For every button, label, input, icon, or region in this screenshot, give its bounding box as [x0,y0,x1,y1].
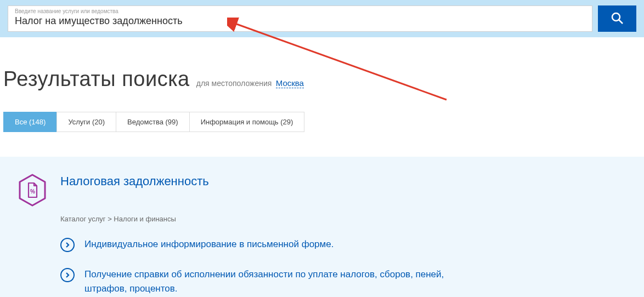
tab-departments[interactable]: Ведомства (99) [116,112,190,132]
page-title-row: Результаты поиска для местоположения Мос… [0,37,644,95]
search-placeholder-label: Введите название услуги или ведомства [15,8,585,14]
tab-services[interactable]: Услуги (20) [57,112,116,132]
list-item: Индивидуальное информирование в письменн… [60,237,628,252]
svg-line-1 [619,20,623,24]
search-bar: Введите название услуги или ведомства [0,0,644,37]
document-hex-icon: % [16,173,48,207]
list-item: Получение справки об исполнении обязанно… [60,267,628,295]
result-tabs: Все (148) Услуги (20) Ведомства (99) Инф… [3,112,644,132]
sub-service-list: Индивидуальное информирование в письменн… [60,237,628,295]
sub-service-link[interactable]: Индивидуальное информирование в письменн… [84,237,334,252]
search-input-container[interactable]: Введите название услуги или ведомства [8,5,592,32]
result-head: % Налоговая задолженность [16,173,628,207]
search-icon [610,11,624,27]
page-subtitle: для местоположения [196,79,272,88]
chevron-right-icon[interactable] [60,268,75,282]
search-button[interactable] [598,5,636,32]
location-link[interactable]: Москва [276,78,304,88]
chevron-right-icon[interactable] [60,238,75,252]
sub-service-link[interactable]: Получение справки об исполнении обязанно… [84,267,485,295]
results-panel: % Налоговая задолженность Каталог услуг … [0,157,644,297]
page-title: Результаты поиска [3,67,190,91]
svg-text:%: % [30,189,35,195]
breadcrumb: Каталог услуг > Налоги и финансы [60,215,628,223]
search-input[interactable] [15,15,585,27]
tab-info-help[interactable]: Информация и помощь (29) [189,112,305,132]
svg-point-0 [612,13,620,21]
tab-all[interactable]: Все (148) [3,112,57,132]
result-title-link[interactable]: Налоговая задолженность [60,174,209,189]
